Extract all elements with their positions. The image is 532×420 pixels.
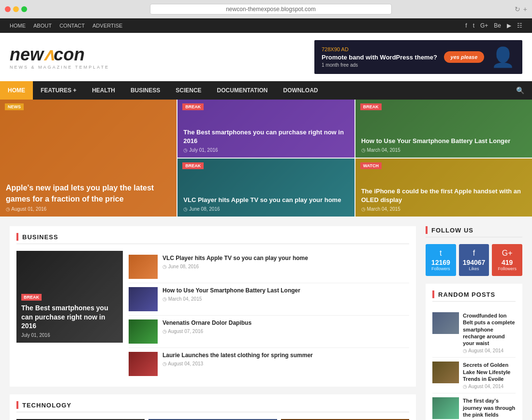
featured-item-1[interactable]: BREAK The Best smartphones you can purch… (177, 100, 354, 158)
biz-list-item-2[interactable]: Venenatis Ornare Dolor Dapibus August 07… (129, 316, 409, 348)
random-title-2: The first day's journey was through the … (463, 397, 516, 418)
refresh-icon[interactable]: ↻ (515, 5, 520, 13)
biz-thumb-0 (129, 255, 158, 279)
biz-list-item-1[interactable]: How to Use Your Smartphone Battery Last … (129, 283, 409, 316)
browser-dots (5, 6, 27, 12)
content-area: BUSINESS BREAK The Best smartphones you … (0, 217, 532, 420)
social-grid: t 12169 Followers f 194067 Likes G+ 419 … (426, 244, 522, 276)
address-bar[interactable]: newcon-themexpose.blogspot.com (150, 4, 392, 14)
random-posts-section: RANDOM POSTS Crowdfunded Ion Belt puts a… (426, 284, 522, 420)
minimize-dot[interactable] (13, 6, 19, 12)
facebook-follow-btn[interactable]: f 194067 Likes (459, 244, 489, 276)
biz-thumb-1 (129, 287, 158, 311)
random-item-2[interactable]: The first day's journey was through the … (432, 393, 516, 420)
social-behance-icon[interactable]: Be (494, 22, 501, 29)
header: newʌcon NEWS & MAGAZINE TEMPLATE 728X90 … (0, 33, 532, 81)
social-instagram-icon[interactable]: ☷ (517, 22, 522, 29)
logo-tagline: NEWS & MAGAZINE TEMPLATE (10, 65, 109, 70)
random-date-0: August 04, 2014 (463, 348, 516, 353)
nav-link-home[interactable]: HOME (10, 23, 26, 29)
biz-item-date-1: March 04, 2015 (163, 296, 409, 302)
biz-main-badge: BREAK (21, 294, 42, 301)
close-dot[interactable] (5, 6, 11, 12)
random-thumb-0 (432, 312, 459, 334)
featured-badge-2: BREAK (360, 103, 382, 110)
new-tab-icon[interactable]: + (523, 5, 527, 13)
biz-text-3: Laurie Launches the latest clothing for … (163, 352, 409, 366)
maximize-dot[interactable] (21, 6, 27, 12)
social-gplus-icon[interactable]: G+ (480, 22, 488, 29)
random-item-0[interactable]: Crowdfunded Ion Belt puts a complete sma… (432, 308, 516, 358)
ad-sub: 1 month free ads (322, 62, 437, 68)
featured-content-2: How to Use Your Smartphone Battery Last … (355, 132, 532, 158)
social-facebook-icon[interactable]: f (465, 22, 467, 29)
business-list: VLC Player hits Apple TV so you can play… (129, 251, 409, 380)
business-main-article[interactable]: BREAK The Best smartphones you can purch… (16, 251, 123, 380)
gplus-icon: G+ (502, 249, 513, 258)
featured-item-4[interactable]: WATCH The iPhone 8 could be the first Ap… (355, 159, 532, 217)
biz-item-date-3: August 04, 2013 (163, 361, 409, 366)
gplus-count: 419 (502, 259, 513, 266)
technology-heading: TECHNOLOGY (16, 401, 409, 412)
biz-list-item-3[interactable]: Laurie Launches the latest clothing for … (129, 348, 409, 380)
top-nav-social: f t G+ Be ▶ ☷ (465, 22, 522, 29)
biz-main-title: The Best smartphones you can purchase ri… (21, 304, 118, 330)
twitter-follow-btn[interactable]: t 12169 Followers (426, 244, 456, 276)
social-youtube-icon[interactable]: ▶ (507, 22, 511, 29)
featured-date-2: March 04, 2015 (361, 147, 526, 153)
biz-item-date-2: August 07, 2016 (163, 329, 409, 334)
biz-main-date: July 01, 2016 (21, 333, 118, 338)
follow-us-heading: FOLLOW US (426, 226, 522, 237)
biz-thumb-3 (129, 352, 158, 376)
featured-item-2[interactable]: BREAK How to Use Your Smartphone Battery… (355, 100, 532, 158)
search-icon[interactable]: 🔍 (508, 82, 532, 99)
nav-item-download[interactable]: DOWNLOAD (276, 81, 326, 100)
featured-content-1: The Best smartphones you can purchase ri… (177, 123, 354, 158)
nav-item-business[interactable]: BUSINESS (123, 81, 168, 100)
twitter-icon: t (440, 249, 442, 258)
nav-link-contact[interactable]: CONTACT (59, 23, 85, 29)
random-title-1: Secrets of Golden Lake New Lifestyle Tre… (463, 362, 516, 382)
biz-item-title-1: How to Use Your Smartphone Battery Last … (163, 287, 409, 295)
featured-title-0: Apple's new ipad lets you play the lates… (6, 183, 171, 204)
logo[interactable]: newʌcon (10, 44, 109, 65)
nav-item-home[interactable]: HOME (0, 81, 33, 100)
section-title-business: BUSINESS (22, 233, 58, 241)
ad-button[interactable]: yes please (444, 51, 485, 63)
main-content: BUSINESS BREAK The Best smartphones you … (10, 226, 416, 420)
random-item-1[interactable]: Secrets of Golden Lake New Lifestyle Tre… (432, 358, 516, 393)
featured-item-large[interactable]: NEWS Apple's new ipad lets you play the … (0, 100, 177, 217)
featured-date-3: June 08, 2016 (183, 206, 348, 212)
twitter-count: 12169 (431, 259, 450, 266)
featured-badge-1: BREAK (182, 103, 204, 110)
browser-controls: ↻ + (515, 5, 527, 13)
featured-date-1: July 01, 2016 (183, 147, 348, 153)
main-nav: HOME FEATURES + HEALTH BUSINESS SCIENCE … (0, 81, 532, 100)
nav-link-about[interactable]: ABOUT (33, 23, 52, 29)
biz-list-item-0[interactable]: VLC Player hits Apple TV so you can play… (129, 251, 409, 283)
gplus-follow-btn[interactable]: G+ 419 Followers (492, 244, 522, 276)
sidebar: FOLLOW US t 12169 Followers f 194067 Lik… (426, 226, 522, 420)
business-section: BUSINESS BREAK The Best smartphones you … (10, 226, 416, 387)
featured-item-3[interactable]: BREAK VLC Player hits Apple TV so you ca… (177, 159, 354, 217)
section-title-tech: TECHNOLOGY (22, 402, 72, 409)
nav-item-documentation[interactable]: DOCUMENTATION (209, 81, 276, 100)
twitter-label: Followers (431, 266, 450, 271)
nav-link-advertise[interactable]: ADVERTISE (92, 23, 122, 29)
random-thumb-2 (432, 397, 459, 419)
random-text-0: Crowdfunded Ion Belt puts a complete sma… (463, 312, 516, 353)
social-twitter-icon[interactable]: t (473, 22, 474, 29)
gplus-label: Followers (498, 266, 517, 271)
ad-figure: 👤 (491, 46, 515, 69)
nav-item-features[interactable]: FEATURES + (33, 81, 84, 100)
featured-content-0: Apple's new ipad lets you play the lates… (0, 178, 177, 217)
nav-item-health[interactable]: HEALTH (84, 81, 123, 100)
featured-badge-3: BREAK (182, 162, 204, 169)
header-ad[interactable]: 728X90 AD Promote band with WordPress th… (314, 40, 522, 74)
nav-item-science[interactable]: SCIENCE (168, 81, 209, 100)
featured-title-2: How to Use Your Smartphone Battery Last … (361, 137, 526, 145)
business-heading: BUSINESS (16, 233, 409, 244)
random-text-2: The first day's journey was through the … (463, 397, 516, 420)
random-posts-heading: RANDOM POSTS (432, 290, 516, 302)
business-grid: BREAK The Best smartphones you can purch… (16, 251, 409, 380)
